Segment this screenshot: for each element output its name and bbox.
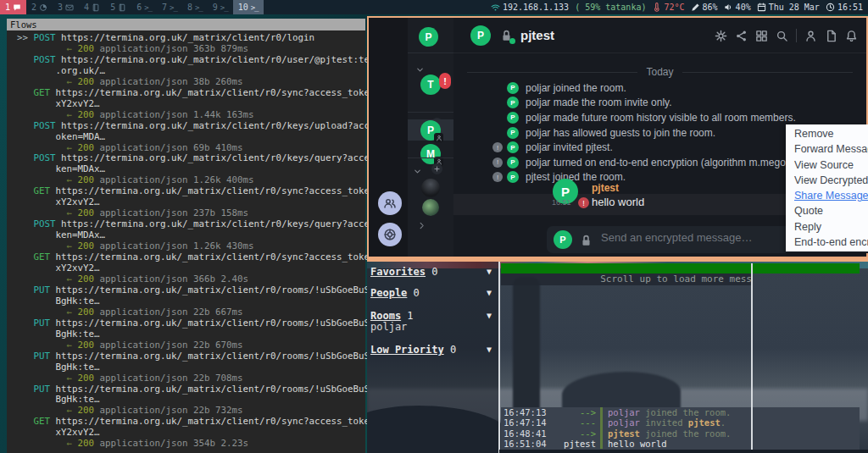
divider <box>408 52 453 53</box>
workspace-4[interactable]: 4 <box>79 0 105 14</box>
workspace-list: 123456>_7>_8>_9>_10>_ <box>0 0 264 14</box>
split-separator[interactable] <box>751 263 753 450</box>
widgets-icon[interactable] <box>755 28 768 43</box>
flow-row[interactable]: GET https://termina.org.uk/_matrix/clien… <box>17 186 365 219</box>
buffer-section-favorites[interactable]: Favorites 0 <box>370 266 438 278</box>
menu-item-quote[interactable]: Quote <box>786 203 868 218</box>
encryption-lock-icon <box>499 27 514 42</box>
flow-row[interactable]: >> POST https://termina.org.uk/_matrix/c… <box>17 33 365 55</box>
state-event: Ppoljar joined the room. <box>453 80 866 96</box>
chat-icon <box>13 3 21 12</box>
buffer-room-poljar[interactable]: poljar <box>370 321 407 333</box>
quaternion-window: Favorites 0▼People 0▼Rooms 1▼poljarLow P… <box>367 262 868 453</box>
log-line: 16:47:13-->poljar joined the room. <box>501 407 860 417</box>
flow-row[interactable]: GET https://termina.org.uk/_matrix/clien… <box>17 88 365 121</box>
collapse-triangle-icon[interactable]: ▼ <box>487 267 492 276</box>
flow-row[interactable]: PUT https://termina.org.uk/_matrix/clien… <box>17 318 365 351</box>
flow-row[interactable]: PUT https://termina.org.uk/_matrix/clien… <box>17 384 365 417</box>
sender-name: pjtest <box>592 182 619 194</box>
share-icon[interactable] <box>735 28 748 43</box>
pane-separator[interactable] <box>498 262 500 453</box>
terminal-icon: >_ <box>251 3 259 12</box>
menu-item-end-to-end-encry[interactable]: End-to-end encry <box>786 235 868 250</box>
room-header: P pjtest <box>453 18 866 53</box>
collapse-triangle-icon[interactable]: ▼ <box>487 345 492 354</box>
member-overlay-icon <box>436 135 442 141</box>
menu-item-view-source[interactable]: View Source <box>786 157 868 173</box>
mail-icon <box>65 3 74 12</box>
help-button[interactable] <box>378 223 402 246</box>
input-strip <box>499 450 868 453</box>
chevron-right-icon[interactable] <box>417 218 426 233</box>
chevron-down-icon[interactable] <box>413 163 422 179</box>
message-text[interactable]: hello world <box>592 196 644 208</box>
chat-log: 16:47:13-->poljar joined the room.16:47:… <box>501 407 860 450</box>
room-header-avatar[interactable]: P <box>470 25 491 46</box>
divider <box>796 29 797 42</box>
calendar-icon <box>757 3 766 12</box>
room-avatar-image[interactable] <box>421 179 440 197</box>
wallpaper-art <box>513 277 540 412</box>
event-avatar: P <box>507 157 519 168</box>
plus-icon <box>433 165 441 173</box>
taskbar: 123456>_7>_8>_9>_10>_ 192.168.1.133( 59%… <box>0 0 868 14</box>
buffer-section-people[interactable]: People 0 <box>370 287 420 299</box>
book-icon <box>118 3 126 12</box>
workspace-9[interactable]: 9>_ <box>208 0 233 14</box>
buffer-section-rooms[interactable]: Rooms 1 <box>370 310 414 322</box>
menu-item-remove[interactable]: Remove <box>786 126 868 141</box>
collapse-triangle-icon[interactable]: ▼ <box>487 288 492 297</box>
event-text: poljar joined the room. <box>526 82 626 94</box>
chevron-down-icon[interactable] <box>415 62 425 77</box>
room-avatar-p[interactable]: P <box>420 120 441 141</box>
search-icon[interactable] <box>776 28 788 43</box>
flows-title: Flows <box>7 19 365 30</box>
room-avatar-m[interactable]: M <box>420 144 441 164</box>
files-icon[interactable] <box>825 28 837 43</box>
header-actions <box>715 18 858 53</box>
nick-separator <box>600 407 603 417</box>
flow-row[interactable]: POST https://termina.org.uk/_matrix/clie… <box>17 55 365 88</box>
workspace-1[interactable]: 1 <box>0 0 26 14</box>
unverified-icon: ! <box>492 172 503 182</box>
flow-row[interactable]: POST https://termina.org.uk/_matrix/clie… <box>17 153 365 186</box>
flow-row[interactable]: POST https://termina.org.uk/_matrix/clie… <box>17 219 365 252</box>
menu-item-forward-message[interactable]: Forward Message <box>786 141 868 157</box>
workspace-10[interactable]: 10>_ <box>233 0 264 14</box>
people-button[interactable] <box>378 191 402 215</box>
members-icon[interactable] <box>804 28 817 43</box>
status-segment: 16:51 <box>826 3 863 13</box>
add-room-icon[interactable] <box>431 163 442 174</box>
menu-item-view-decrypted-s[interactable]: View Decrypted S <box>786 173 868 188</box>
flow-row[interactable]: PUT https://termina.org.uk/_matrix/clien… <box>17 351 365 384</box>
flow-row[interactable]: POST https://termina.org.uk/_matrix/clie… <box>17 121 365 154</box>
workspace-2[interactable]: 2 <box>26 0 53 14</box>
room-avatar-image[interactable] <box>422 199 439 216</box>
state-event: Ppoljar made future room history visible… <box>453 110 866 125</box>
account-avatar[interactable]: P <box>419 27 438 47</box>
buffer-section-low-priority[interactable]: Low Priority 0 <box>370 344 456 356</box>
status-segment: 192.168.1.133 <box>491 3 569 13</box>
flow-row[interactable]: GET https://termina.org.uk/_matrix/clien… <box>17 252 365 285</box>
menu-item-share-message[interactable]: Share Message <box>786 188 868 203</box>
flow-row[interactable]: PUT https://termina.org.uk/_matrix/clien… <box>17 285 365 318</box>
room-avatar-t[interactable]: T <box>420 75 441 95</box>
workspace-6[interactable]: 6>_ <box>131 0 157 14</box>
notifications-icon[interactable] <box>845 28 858 43</box>
status-segment: ( 59% tatanka) <box>575 3 646 12</box>
workspace-5[interactable]: 5 <box>105 0 131 14</box>
lifebuoy-icon <box>383 228 397 241</box>
workspace-3[interactable]: 3 <box>53 0 79 14</box>
message-timestamp: 16:51 <box>552 198 571 207</box>
pen-icon <box>691 3 700 12</box>
flow-row[interactable]: GET https://termina.org.uk/_matrix/clien… <box>17 417 365 450</box>
settings-icon[interactable] <box>715 28 727 43</box>
composer-lock-icon <box>579 233 593 248</box>
collapse-triangle-icon[interactable]: ▼ <box>487 311 492 320</box>
workspace-7[interactable]: 7>_ <box>157 0 182 14</box>
terminal-icon: >_ <box>220 3 228 12</box>
menu-item-reply[interactable]: Reply <box>786 219 868 235</box>
message-input[interactable] <box>601 231 787 244</box>
workspace-8[interactable]: 8>_ <box>182 0 208 14</box>
chevron-down-icon <box>415 65 425 75</box>
